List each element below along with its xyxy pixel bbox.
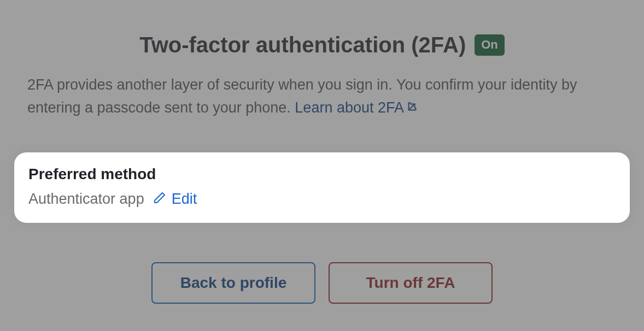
preferred-method-value: Authenticator app <box>28 191 144 208</box>
status-badge-on: On <box>475 34 505 56</box>
turn-off-2fa-button[interactable]: Turn off 2FA <box>329 262 493 304</box>
page-title: Two-factor authentication (2FA) <box>139 33 466 57</box>
external-link-icon <box>406 97 418 120</box>
page-description: 2FA provides another layer of security w… <box>27 74 617 120</box>
edit-link-text: Edit <box>172 191 197 208</box>
edit-preferred-method[interactable]: Edit <box>153 191 197 208</box>
learn-about-2fa-link[interactable]: Learn about 2FA <box>295 97 418 120</box>
preferred-method-heading: Preferred method <box>28 166 616 183</box>
preferred-method-row: Authenticator app Edit <box>28 191 616 208</box>
page-header: Two-factor authentication (2FA) On <box>27 33 617 57</box>
preferred-method-card: Preferred method Authenticator app Edit <box>14 152 630 223</box>
pencil-icon <box>153 191 166 206</box>
learn-link-text: Learn about 2FA <box>295 97 404 120</box>
action-buttons: Back to profile Turn off 2FA <box>27 262 617 304</box>
back-to-profile-button[interactable]: Back to profile <box>151 262 315 304</box>
